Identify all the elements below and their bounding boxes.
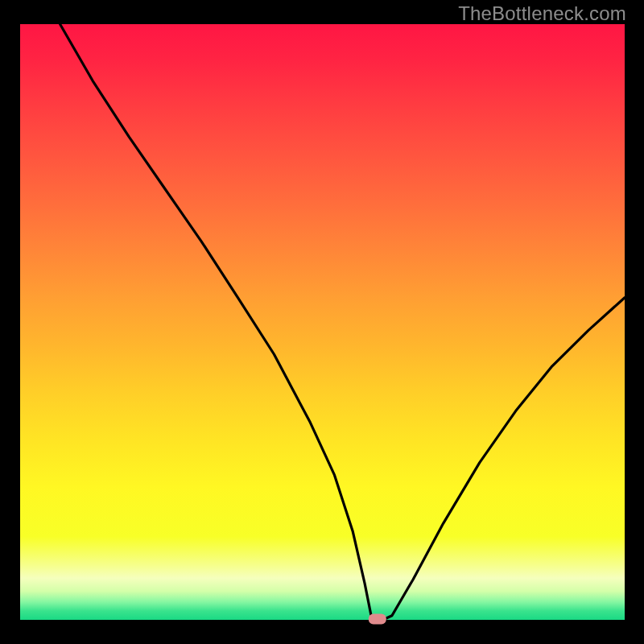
watermark-text: TheBottleneck.com <box>458 2 626 25</box>
gradient-background <box>20 24 625 620</box>
optimal-marker <box>369 614 386 625</box>
bottleneck-chart <box>0 0 644 644</box>
chart-frame: TheBottleneck.com <box>0 0 644 644</box>
